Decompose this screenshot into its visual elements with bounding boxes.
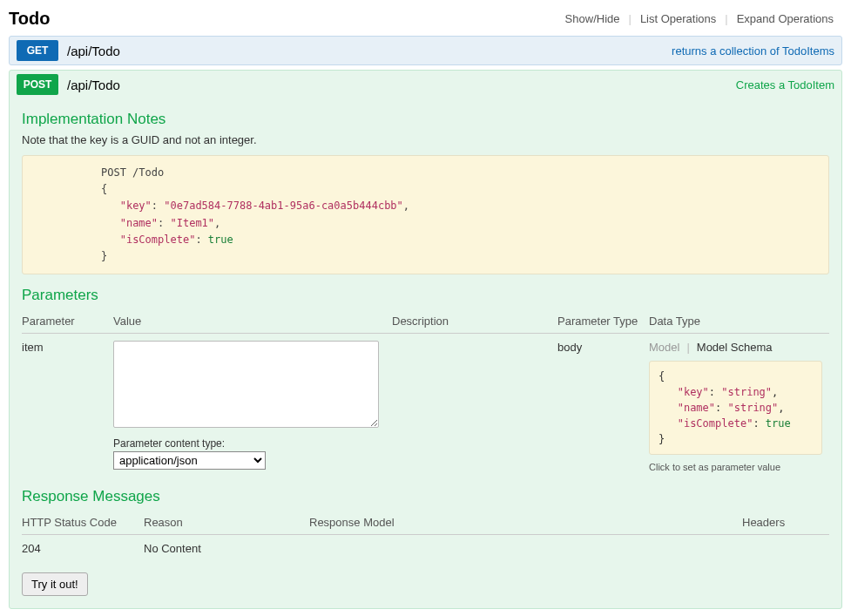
implementation-notes-text: Note that the key is a GUID and not an i… [22, 133, 829, 146]
model-tabs: Model|Model Schema [649, 341, 822, 354]
summary-get: returns a collection of TodoItems [672, 44, 834, 58]
link-expand-operations[interactable]: Expand Operations [728, 12, 842, 25]
parameters-heading: Parameters [22, 287, 829, 304]
response-reason: No Content [144, 535, 309, 563]
operation-post: POST /api/Todo Creates a TodoItem Implem… [9, 70, 842, 609]
param-name: item [22, 334, 113, 480]
response-messages-heading: Response Messages [22, 488, 829, 505]
link-show-hide[interactable]: Show/Hide [557, 12, 629, 25]
content-type-label: Parameter content type: [113, 437, 385, 450]
path-get: /api/Todo [67, 44, 672, 58]
col-description: Description [392, 309, 557, 334]
response-messages-table: HTTP Status Code Reason Response Model H… [22, 511, 829, 562]
operation-post-body: Implementation Notes Note that the key i… [10, 98, 841, 608]
method-badge-get: GET [17, 40, 58, 61]
tab-model-schema[interactable]: Model Schema [697, 341, 773, 354]
col-parameter-type: Parameter Type [557, 309, 649, 334]
response-code: 204 [22, 535, 144, 563]
response-row: 204 No Content [22, 535, 829, 563]
method-badge-post: POST [17, 74, 58, 95]
col-response-model: Response Model [309, 511, 742, 535]
col-reason: Reason [144, 511, 309, 535]
try-it-out-button[interactable]: Try it out! [22, 572, 88, 596]
param-type: body [557, 334, 649, 480]
param-value-input[interactable] [113, 341, 379, 428]
operation-get: GET /api/Todo returns a collection of To… [9, 36, 842, 65]
schema-click-hint: Click to set as parameter value [649, 462, 822, 472]
content-type-select[interactable]: application/json [113, 451, 266, 470]
path-post: /api/Todo [67, 78, 736, 92]
param-description [392, 334, 557, 480]
col-http-status: HTTP Status Code [22, 511, 144, 535]
summary-post: Creates a TodoItem [736, 78, 834, 91]
parameter-row: item Parameter content type: application… [22, 334, 829, 480]
resource-title[interactable]: Todo [9, 9, 50, 29]
col-data-type: Data Type [649, 309, 829, 334]
link-list-operations[interactable]: List Operations [631, 12, 725, 25]
model-schema-box[interactable]: { "key": "string", "name": "string", "is… [649, 361, 822, 455]
operation-post-header[interactable]: POST /api/Todo Creates a TodoItem [10, 71, 841, 98]
example-code-block: POST /Todo { "key": "0e7ad584-7788-4ab1-… [22, 155, 829, 274]
parameters-table: Parameter Value Description Parameter Ty… [22, 309, 829, 479]
implementation-notes-heading: Implementation Notes [22, 111, 829, 128]
col-parameter: Parameter [22, 309, 113, 334]
tab-model[interactable]: Model [649, 341, 679, 354]
operation-get-header[interactable]: GET /api/Todo returns a collection of To… [10, 37, 841, 64]
col-value: Value [113, 309, 392, 334]
col-headers: Headers [742, 511, 829, 535]
header-links: Show/Hide | List Operations | Expand Ope… [557, 12, 842, 25]
